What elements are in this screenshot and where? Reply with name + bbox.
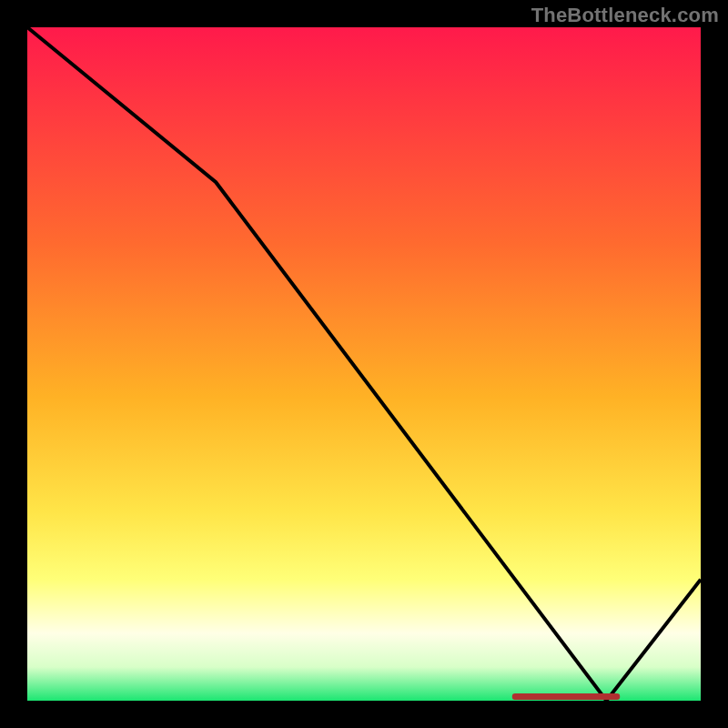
- watermark-label: TheBottleneck.com: [531, 4, 719, 27]
- chart-svg: [27, 27, 701, 701]
- chart-stage: TheBottleneck.com: [0, 0, 728, 728]
- gradient-backdrop: [27, 27, 701, 701]
- bottom-marker: [512, 693, 620, 700]
- plot-area: [27, 27, 701, 701]
